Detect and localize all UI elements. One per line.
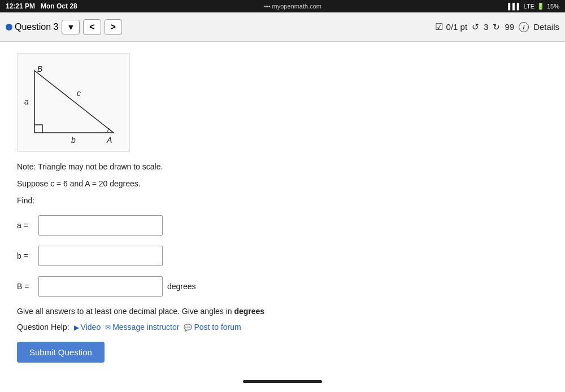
svg-text:A: A xyxy=(106,136,112,145)
suppose-text: Suppose c = 6 and A = 20 degrees. xyxy=(17,179,548,188)
label-a: a = xyxy=(17,221,34,230)
input-b[interactable] xyxy=(38,246,163,266)
score-details: ☑ 0/1 pt ↺ 3 ↻ 99 i Details xyxy=(435,21,559,32)
retry-count: 99 xyxy=(505,22,514,32)
question-selector: Question 3 xyxy=(6,22,58,32)
checkmark-icon: ☑ xyxy=(435,21,443,32)
question-dropdown-button[interactable]: ▼ xyxy=(62,20,80,34)
svg-text:b: b xyxy=(71,136,76,145)
history-icon: ↺ xyxy=(472,22,479,32)
label-B: B = xyxy=(17,282,34,291)
message-instructor-link[interactable]: Message instructor xyxy=(105,323,179,332)
svg-text:c: c xyxy=(77,89,81,98)
next-question-button[interactable]: > xyxy=(105,19,122,35)
score-box: ☑ 0/1 pt xyxy=(435,21,468,32)
input-row-b: b = xyxy=(17,246,548,266)
history-count: 3 xyxy=(484,22,488,32)
triangle-diagram: B A a b c xyxy=(17,53,130,152)
video-label: Video xyxy=(81,323,101,332)
question-label: Question 3 xyxy=(15,22,58,32)
nav-bar: Question 3 ▼ < > ☑ 0/1 pt ↺ 3 ↻ 99 i Det… xyxy=(0,12,565,42)
forum-icon xyxy=(184,323,192,332)
signal-icon: ▌▌▌ xyxy=(508,3,521,10)
battery-icon: 🔋 xyxy=(537,3,545,10)
svg-marker-0 xyxy=(34,71,114,133)
url-bar: ••• myopenmath.com xyxy=(264,3,321,10)
input-B[interactable] xyxy=(38,276,163,297)
label-b: b = xyxy=(17,251,34,260)
unit-B: degrees xyxy=(167,282,196,291)
time: 12:21 PM xyxy=(6,2,35,10)
svg-line-3 xyxy=(107,128,109,133)
question-dot xyxy=(6,24,12,31)
input-a[interactable] xyxy=(38,215,163,236)
note-text: Note: Triangle may not be drawn to scale… xyxy=(17,162,548,171)
message-label: Message instructor xyxy=(112,323,179,332)
status-right: ▌▌▌ LTE 🔋 15% xyxy=(508,3,559,10)
video-link[interactable]: Video xyxy=(74,323,101,332)
date: Mon Oct 28 xyxy=(41,2,77,10)
question-help: Question Help: Video Message instructor … xyxy=(17,323,548,332)
network-type: LTE xyxy=(524,3,534,10)
svg-text:B: B xyxy=(37,64,42,73)
battery-level: 15% xyxy=(547,3,559,10)
main-content: B A a b c Note: Triangle may not be draw… xyxy=(0,42,565,374)
triangle-svg: B A a b c xyxy=(23,59,125,147)
status-bar: 12:21 PM Mon Oct 28 ••• myopenmath.com ▌… xyxy=(0,0,565,12)
video-icon xyxy=(74,323,79,332)
forum-label: Post to forum xyxy=(194,323,241,332)
details-link[interactable]: Details xyxy=(533,22,559,32)
instruction-text: Give all answers to at least one decimal… xyxy=(17,307,548,316)
post-to-forum-link[interactable]: Post to forum xyxy=(184,323,241,332)
submit-button[interactable]: Submit Question xyxy=(17,342,105,363)
score-value: 0/1 pt xyxy=(446,22,468,32)
message-icon xyxy=(105,323,111,332)
retry-icon: ↻ xyxy=(493,22,500,32)
question-help-label: Question Help: xyxy=(17,323,69,332)
input-row-B: B = degrees xyxy=(17,276,548,297)
find-text: Find: xyxy=(17,196,548,205)
details-label: Details xyxy=(533,22,559,32)
home-bar xyxy=(243,380,322,383)
input-row-a: a = xyxy=(17,215,548,236)
time-date: 12:21 PM Mon Oct 28 xyxy=(6,2,77,10)
info-icon: i xyxy=(519,22,529,32)
svg-text:a: a xyxy=(24,97,29,106)
prev-question-button[interactable]: < xyxy=(83,19,101,35)
